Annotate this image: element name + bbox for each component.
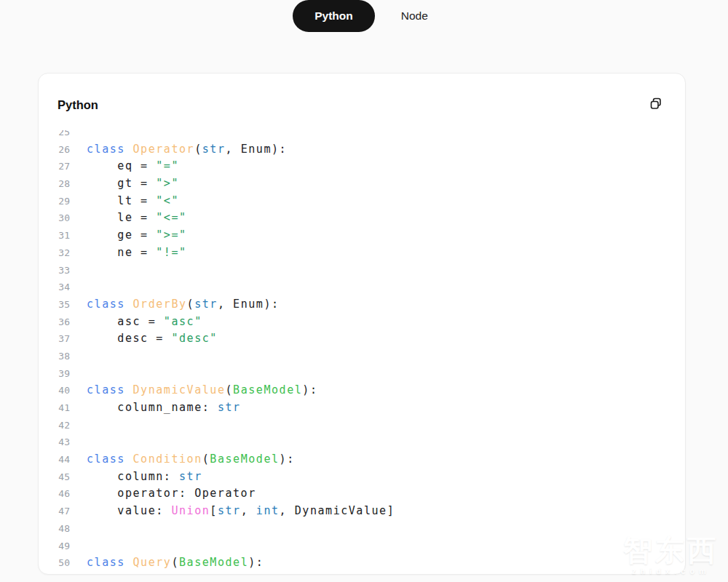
code-card-title: Python [58,97,98,112]
code-line: 25 [58,130,666,141]
line-number: 28 [58,175,70,193]
line-number: 26 [58,141,70,159]
code-line: 37 desc = "desc" [58,330,666,348]
code-line: 33 [58,262,666,279]
line-number: 35 [58,296,70,314]
language-toggle: Python Node [0,0,728,32]
line-number: 42 [58,417,70,434]
line-number: 49 [58,538,70,555]
line-number: 30 [58,210,70,227]
code-line-text: column_name: str [87,399,241,417]
code-line-text: class DynamicValue(BaseModel): [87,382,317,399]
code-line: 28 gt = ">" [58,175,666,193]
code-line: 30 le = "<=" [58,210,666,227]
line-number: 34 [58,279,70,296]
code-line-text: class OrderBy(str, Enum): [87,296,280,314]
line-number: 41 [58,399,70,417]
code-line: 40class DynamicValue(BaseModel): [58,382,666,399]
code-line: 31 ge = ">=" [58,227,666,244]
code-lines: 2526class Operator(str, Enum):27 eq = "=… [58,130,666,572]
line-number: 33 [58,262,70,279]
code-viewport[interactable]: 2526class Operator(str, Enum):27 eq = "=… [39,130,685,574]
code-line: 45 column: str [58,469,666,486]
copy-button[interactable] [649,96,663,111]
line-number: 39 [58,365,70,383]
code-line: 46 operator: Operator [58,485,666,503]
copy-icon [649,103,663,113]
code-line: 43 [58,434,666,451]
code-line: 32 ne = "!=" [58,244,666,262]
line-number: 47 [58,503,70,520]
line-number: 29 [58,193,70,210]
code-line: 47 value: Union[str, int, DynamicValue] [58,503,666,520]
code-line: 48 [58,520,666,538]
code-line-text: desc = "desc" [87,330,218,348]
line-number: 44 [58,451,70,469]
code-line: 42 [58,417,666,434]
code-line: 50class Query(BaseModel): [58,554,666,572]
code-line-text: gt = ">" [87,175,179,193]
line-number: 37 [58,330,70,348]
code-line-text: column: str [87,469,202,486]
line-number: 31 [58,227,70,244]
line-number: 32 [58,244,70,262]
code-card: Python 2526class Operator(str, Enum):27 … [38,73,686,575]
code-line-text: ge = ">=" [87,227,187,244]
code-line: 29 lt = "<" [58,193,666,210]
line-number: 40 [58,382,70,399]
line-number: 38 [58,348,70,365]
code-line-text: class Operator(str, Enum): [87,141,287,159]
code-line-text: class Query(BaseModel): [87,554,264,572]
code-line-text: ne = "!=" [87,244,187,262]
code-line: 44class Condition(BaseModel): [58,451,666,469]
code-line: 34 [58,279,666,296]
line-number: 50 [58,554,70,572]
code-line-text: le = "<=" [87,210,187,227]
code-line: 41 column_name: str [58,399,666,417]
line-number: 27 [58,158,70,175]
line-number: 46 [58,485,70,503]
code-line: 35class OrderBy(str, Enum): [58,296,666,314]
code-line: 49 [58,538,666,555]
line-number: 48 [58,520,70,538]
code-line-text: operator: Operator [87,485,256,503]
code-line: 36 asc = "asc" [58,314,666,331]
code-line-text: asc = "asc" [87,314,202,331]
code-line-text: value: Union[str, int, DynamicValue] [87,503,395,520]
tab-python[interactable]: Python [293,0,375,32]
code-line-text: lt = "<" [87,193,179,210]
line-number: 36 [58,314,70,331]
tab-node[interactable]: Node [394,0,435,32]
code-line-text: eq = "=" [87,158,179,175]
code-line: 27 eq = "=" [58,158,666,175]
code-line: 26class Operator(str, Enum): [58,141,666,159]
line-number: 45 [58,469,70,486]
code-line-text: class Condition(BaseModel): [87,451,295,469]
code-card-header: Python [39,73,685,124]
line-number: 43 [58,434,70,451]
line-number: 25 [58,130,70,141]
code-line: 39 [58,365,666,383]
code-line: 38 [58,348,666,365]
